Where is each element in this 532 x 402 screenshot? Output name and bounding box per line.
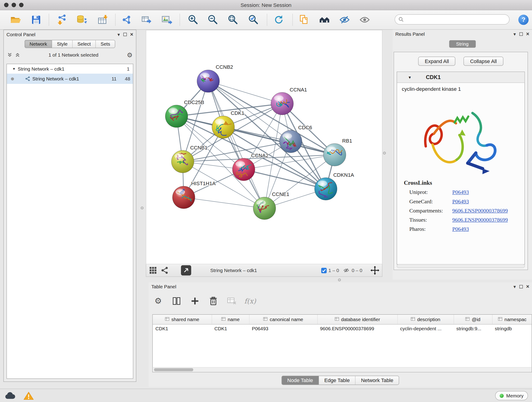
tab-select[interactable]: Select (73, 40, 96, 48)
export-network-button[interactable] (139, 12, 154, 27)
tab-style[interactable]: Style (52, 40, 73, 48)
show-columns-button[interactable] (170, 294, 184, 308)
memory-button[interactable]: Memory (495, 391, 528, 400)
column-header-shared-name[interactable]: shared name (152, 315, 211, 324)
node-details-header[interactable]: ▾ CDK1 (397, 72, 525, 83)
network-edge[interactable] (208, 81, 264, 208)
results-panel-title: Results Panel (395, 32, 514, 37)
open-in-window-button[interactable] (181, 265, 191, 275)
tab-sets[interactable]: Sets (96, 40, 115, 48)
import-table-button[interactable] (95, 12, 110, 27)
panel-close-icon[interactable]: × (526, 32, 529, 36)
new-network-button[interactable] (119, 12, 134, 27)
panel-menu-icon[interactable]: ▾ (118, 32, 120, 37)
table-cell[interactable]: 9606.ENSP00000378699 (317, 324, 398, 333)
panel-float-icon[interactable] (519, 285, 523, 288)
crosslink-link[interactable]: P06493 (452, 198, 469, 205)
column-header-database-identifier[interactable]: database identifier (317, 315, 398, 324)
crosslink-link[interactable]: P06493 (452, 226, 469, 232)
tab-node-table[interactable]: Node Table (282, 376, 319, 385)
zoom-fit-button[interactable] (226, 12, 241, 27)
panel-menu-icon[interactable]: ▾ (513, 284, 516, 289)
network-node-cdkn1a[interactable]: CDKN1A (315, 172, 354, 200)
network-collection-row[interactable]: ▾ String Network – cdk1 1 (7, 64, 133, 74)
panel-menu-icon[interactable]: ▾ (513, 32, 516, 36)
function-builder-button[interactable]: f(x) (243, 294, 257, 308)
expand-all-button[interactable]: Expand All (418, 57, 456, 66)
table-cell[interactable]: CDK1 (152, 324, 211, 333)
crosslink-link[interactable]: P06493 (452, 189, 469, 196)
open-session-button[interactable] (8, 12, 23, 27)
crosslink-link[interactable]: 9606.ENSP00000378699 (452, 208, 508, 214)
move-crosshair-icon[interactable] (370, 266, 380, 275)
network-node-cdk1[interactable]: CDK1 (212, 110, 244, 138)
help-button[interactable]: ? (518, 15, 529, 25)
panel-close-icon[interactable]: × (130, 32, 133, 37)
network-row-selected[interactable]: String Network – cdk1 11 48 (7, 74, 133, 84)
network-node-ccnb1[interactable]: CCNB1 (171, 145, 207, 173)
tab-network[interactable]: Network (25, 40, 52, 48)
table-settings-gear-icon[interactable]: ⚙ (151, 294, 165, 308)
hidden-eye-slash-icon[interactable] (342, 267, 350, 274)
network-edge[interactable] (184, 197, 265, 208)
tab-string[interactable]: String (449, 40, 476, 48)
table-cell[interactable]: cyclin-dependent ... (397, 324, 453, 333)
table-cell[interactable]: CDK1 (212, 324, 249, 333)
grid-view-icon[interactable] (149, 266, 157, 274)
network-node-ccna1[interactable]: CCNA1 (271, 87, 307, 115)
column-header-icon (263, 317, 268, 322)
column-header-description[interactable]: description (397, 315, 453, 324)
table-cell[interactable]: stringdb (492, 324, 532, 333)
collapse-all-button[interactable]: Collapse All (463, 57, 503, 66)
table-cell[interactable]: P06493 (249, 324, 317, 333)
tab-edge-table[interactable]: Edge Table (319, 376, 355, 385)
tab-network-table[interactable]: Network Table (355, 376, 399, 385)
panel-close-icon[interactable]: × (526, 284, 529, 289)
table-cell[interactable]: stringdb:9... (454, 324, 492, 333)
save-floppy-icon (30, 14, 42, 26)
cloud-button[interactable] (3, 391, 17, 401)
export-image-button[interactable] (159, 12, 174, 27)
column-header-namespac[interactable]: namespac (492, 315, 532, 324)
home-button[interactable] (317, 12, 332, 27)
expand-all-icon[interactable] (15, 52, 20, 58)
show-all-button[interactable] (357, 12, 372, 27)
network-edge[interactable] (208, 81, 282, 104)
results-scrollbar[interactable] (397, 264, 525, 268)
horizontal-splitter-handle[interactable] (338, 279, 341, 281)
selection-checkbox-icon[interactable] (321, 268, 327, 273)
search-input[interactable] (404, 15, 509, 24)
vertical-splitter-handle[interactable] (383, 152, 386, 154)
import-network-button[interactable] (54, 12, 69, 27)
network-node-ccna2[interactable]: CCNA2 (232, 153, 268, 181)
delete-column-button[interactable] (206, 294, 220, 308)
column-header-canonical-name[interactable]: canonical name (249, 315, 317, 324)
zoom-selected-button[interactable] (246, 12, 261, 27)
column-header-@id[interactable]: @id (454, 315, 492, 324)
zoom-in-button[interactable] (186, 12, 201, 27)
zoom-out-button[interactable] (206, 12, 220, 27)
apply-layout-button[interactable] (271, 12, 286, 27)
save-session-button[interactable] (29, 12, 44, 27)
add-column-button[interactable] (188, 294, 202, 308)
network-canvas[interactable]: CCNB2CCNA1CDC25BCDK1CDC6RB1CCNB1CCNA2CDK… (146, 30, 382, 264)
column-header-name[interactable]: name (212, 315, 249, 324)
gear-icon[interactable]: ⚙ (127, 51, 133, 59)
tree-expander-icon[interactable]: ▾ (13, 66, 18, 71)
hide-selected-button[interactable] (337, 12, 352, 27)
crosslink-link[interactable]: 9606.ENSP00000378699 (452, 217, 508, 223)
share-view-icon[interactable] (161, 266, 169, 274)
collapse-all-icon[interactable] (7, 52, 12, 58)
panel-float-icon[interactable] (519, 32, 523, 36)
panel-float-icon[interactable] (123, 33, 127, 36)
network-node-rb1[interactable]: RB1 (323, 138, 352, 166)
import-network-database-button[interactable] (74, 12, 89, 27)
network-node-ccnb2[interactable]: CCNB2 (197, 64, 233, 92)
eye-slash-icon (339, 14, 351, 26)
network-snapshot-button[interactable] (297, 12, 311, 27)
collapse-entry-icon[interactable]: ▾ (409, 75, 411, 80)
vertical-splitter-handle[interactable] (141, 206, 143, 209)
table-hscroll-thumb[interactable] (154, 368, 193, 371)
warning-button[interactable] (22, 391, 36, 401)
network-node-hist1h1a[interactable]: HIST1H1A (172, 181, 216, 209)
